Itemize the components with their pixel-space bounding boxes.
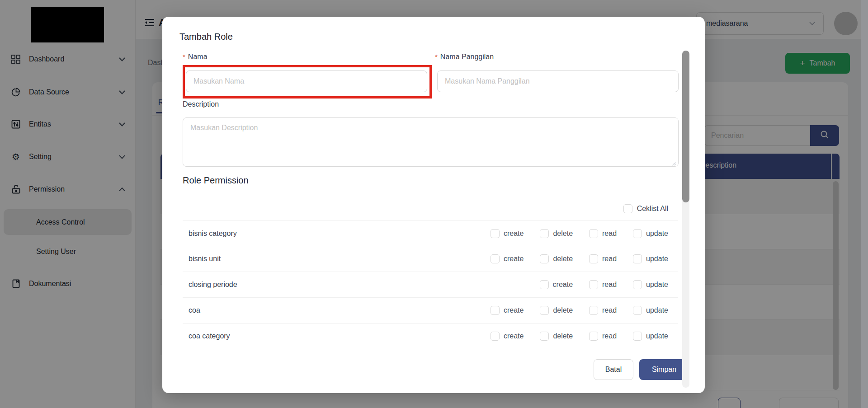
checkbox[interactable] [633,306,642,315]
perm-delete[interactable]: delete [540,306,573,315]
checkbox[interactable] [633,254,642,263]
modal-title: Tambah Role [179,32,233,42]
checkbox[interactable] [540,332,549,341]
perm-read[interactable]: read [589,229,617,238]
checkbox[interactable] [589,254,598,263]
nama-panggilan-label: *Nama Panggilan [435,53,494,61]
check-all-checkbox[interactable] [623,204,632,213]
cancel-button[interactable]: Batal [594,359,633,380]
perm-create[interactable]: create [491,332,524,341]
perm-update[interactable]: update [633,280,668,289]
checkbox[interactable] [589,229,598,238]
check-all-label: Ceklist All [637,205,668,213]
checkbox[interactable] [540,229,549,238]
permission-row-closing-periode: closing periode create read update [183,272,678,298]
perm-create[interactable]: create [491,229,524,238]
perm-update[interactable]: update [633,306,668,315]
checkbox[interactable] [491,306,500,315]
checkbox[interactable] [491,332,500,341]
checkbox[interactable] [633,332,642,341]
nama-panggilan-input[interactable] [437,70,679,92]
modal-scrollbar-track[interactable] [682,51,689,388]
permission-row-bisnis-category: bisnis category create delete read updat… [183,220,678,246]
perm-create[interactable]: create [491,306,524,315]
perm-read[interactable]: read [589,332,617,341]
description-label: Description [183,100,219,108]
permission-row-coa: coa create delete read update [183,298,678,324]
perm-create[interactable]: create [491,254,524,263]
required-asterisk: * [183,53,185,61]
perm-create[interactable]: create [540,280,573,289]
required-asterisk: * [435,53,438,61]
save-button[interactable]: Simpan [639,359,689,380]
perm-delete[interactable]: delete [540,229,573,238]
tambah-role-modal: Tambah Role *Nama *Nama Panggilan Descri… [162,17,705,393]
checkbox[interactable] [589,332,598,341]
checkbox[interactable] [633,280,642,289]
perm-update[interactable]: update [633,254,668,263]
description-textarea[interactable] [183,117,679,167]
perm-update[interactable]: update [633,332,668,341]
checkbox[interactable] [491,254,500,263]
check-all-row: Ceklist All [183,200,678,218]
permission-row-bisnis-unit: bisnis unit create delete read update [183,246,678,272]
checkbox[interactable] [589,280,598,289]
perm-read[interactable]: read [589,254,617,263]
checkbox[interactable] [589,306,598,315]
permission-row-coa-category: coa category create delete read update [183,324,678,349]
perm-delete[interactable]: delete [540,254,573,263]
perm-read[interactable]: read [589,280,617,289]
modal-scrollbar-thumb[interactable] [682,51,689,202]
checkbox[interactable] [633,229,642,238]
perm-delete[interactable]: delete [540,332,573,341]
nama-label: *Nama [183,53,208,61]
permission-rows: bisnis category create delete read updat… [183,220,678,349]
nama-input[interactable] [186,70,427,92]
role-permission-heading: Role Permission [183,175,249,186]
checkbox[interactable] [540,306,549,315]
perm-read[interactable]: read [589,306,617,315]
checkbox[interactable] [540,280,549,289]
checkbox[interactable] [540,254,549,263]
checkbox[interactable] [491,229,500,238]
window-scrollbar[interactable] [861,0,868,408]
perm-update[interactable]: update [633,229,668,238]
